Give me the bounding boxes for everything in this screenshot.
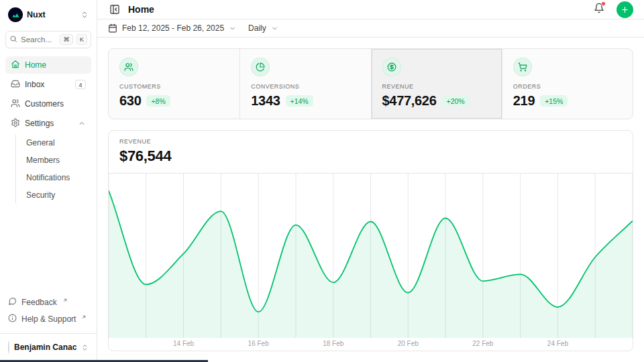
sidebar-item-security[interactable]: Security bbox=[21, 187, 91, 203]
users-icon bbox=[119, 58, 138, 76]
stat-value: 219 bbox=[513, 93, 535, 109]
stat-value: 630 bbox=[119, 93, 141, 109]
chart-pie-icon bbox=[251, 58, 270, 76]
stat-card-conversions[interactable]: CONVERSIONS 1343 +14% bbox=[239, 49, 370, 119]
stat-card-customers[interactable]: CUSTOMERS 630 +8% bbox=[109, 49, 239, 119]
kbd-meta: ⌘ bbox=[60, 34, 73, 44]
user-menu[interactable]: Benjamin Canac bbox=[5, 339, 91, 357]
dashboard-content: CUSTOMERS 630 +8% CONVERSIONS 1343 +14% bbox=[97, 38, 644, 362]
chevron-down-icon bbox=[271, 25, 278, 32]
cart-icon bbox=[513, 58, 532, 76]
chart-total: $76,544 bbox=[119, 147, 622, 165]
sidebar-item-home[interactable]: Home bbox=[5, 56, 91, 74]
sidebar-nav: Home Inbox 4 Customers Settings bbox=[5, 56, 91, 203]
search-input[interactable]: Search... ⌘ K bbox=[5, 31, 91, 48]
page-title: Home bbox=[128, 4, 587, 15]
gear-icon bbox=[11, 118, 20, 129]
divider bbox=[0, 333, 97, 334]
chart-label: REVENUE bbox=[119, 138, 622, 145]
external-link-icon bbox=[81, 312, 87, 322]
sidebar-item-notifications[interactable]: Notifications bbox=[21, 170, 91, 186]
add-button[interactable] bbox=[616, 1, 633, 18]
date-range-picker[interactable]: Feb 12, 2025 - Feb 26, 2025 bbox=[108, 23, 236, 33]
sidebar-item-members[interactable]: Members bbox=[21, 152, 91, 168]
revenue-area-chart[interactable] bbox=[109, 174, 633, 338]
granularity-select[interactable]: Daily bbox=[248, 23, 278, 33]
workspace-name: Nuxt bbox=[27, 10, 76, 19]
chart-x-axis: 14 Feb16 Feb18 Feb20 Feb22 Feb24 Feb bbox=[109, 338, 633, 351]
revenue-chart-card: REVENUE $76,544 14 Feb16 Feb18 Feb20 Feb… bbox=[108, 130, 633, 351]
search-placeholder: Search... bbox=[21, 36, 56, 44]
chevrons-up-down-icon bbox=[80, 11, 89, 19]
calendar-icon bbox=[108, 23, 117, 33]
settings-subnav: General Members Notifications Security bbox=[15, 135, 91, 203]
users-icon bbox=[11, 99, 20, 110]
main-panel: Home Feb 12, 2025 - Feb 26, 2025 Daily bbox=[97, 0, 644, 362]
notifications-button[interactable] bbox=[594, 3, 604, 16]
nuxt-logo-icon bbox=[8, 7, 23, 22]
sidebar-item-inbox[interactable]: Inbox 4 bbox=[5, 76, 91, 93]
sidebar-footer: Feedback Help & Support Benjamin Canac bbox=[5, 294, 91, 357]
sidebar-item-settings[interactable]: Settings bbox=[5, 115, 91, 132]
message-circle-icon bbox=[8, 297, 17, 308]
x-tick-label: 14 Feb bbox=[173, 340, 194, 347]
x-tick-label: 24 Feb bbox=[547, 340, 568, 347]
search-icon bbox=[9, 34, 17, 46]
dashboard-app: Nuxt Search... ⌘ K Home bbox=[0, 0, 644, 362]
help-support-link[interactable]: Help & Support bbox=[5, 311, 91, 326]
user-name: Benjamin Canac bbox=[14, 343, 76, 352]
notification-dot bbox=[601, 1, 606, 6]
x-tick-label: 18 Feb bbox=[323, 340, 343, 347]
x-tick-label: 16 Feb bbox=[248, 340, 269, 347]
kbd-key: K bbox=[76, 34, 87, 44]
stat-value: $477,626 bbox=[382, 93, 437, 109]
x-tick-label: 22 Feb bbox=[472, 340, 493, 347]
stats-row: CUSTOMERS 630 +8% CONVERSIONS 1343 +14% bbox=[108, 48, 633, 119]
home-icon bbox=[11, 60, 20, 71]
sidebar-item-general[interactable]: General bbox=[21, 135, 91, 151]
page-header: Home bbox=[97, 0, 644, 19]
sidebar-item-customers[interactable]: Customers bbox=[5, 95, 91, 113]
stat-value: 1343 bbox=[251, 93, 280, 109]
feedback-link[interactable]: Feedback bbox=[5, 294, 91, 310]
x-tick-label: 20 Feb bbox=[398, 340, 419, 347]
circle-dollar-icon bbox=[382, 58, 401, 76]
inbox-count-badge: 4 bbox=[75, 80, 86, 89]
workspace-switcher[interactable]: Nuxt bbox=[5, 5, 91, 24]
chevron-up-icon bbox=[78, 119, 86, 127]
delta-badge: +20% bbox=[442, 95, 470, 107]
external-link-icon bbox=[62, 296, 68, 305]
inbox-icon bbox=[11, 79, 20, 90]
area-chart-svg[interactable] bbox=[109, 174, 633, 338]
delta-badge: +15% bbox=[540, 95, 568, 107]
plus-icon bbox=[621, 5, 629, 14]
stat-card-revenue[interactable]: REVENUE $477,626 +20% bbox=[371, 49, 502, 119]
user-avatar bbox=[8, 341, 9, 354]
delta-badge: +8% bbox=[146, 95, 170, 107]
chevron-down-icon bbox=[229, 25, 236, 32]
stat-card-orders[interactable]: ORDERS 219 +15% bbox=[502, 49, 633, 119]
filters-toolbar: Feb 12, 2025 - Feb 26, 2025 Daily bbox=[97, 19, 644, 38]
chevrons-up-down-icon bbox=[81, 344, 89, 351]
delta-badge: +14% bbox=[286, 95, 313, 107]
chart-header: REVENUE $76,544 bbox=[109, 131, 633, 174]
sidebar-collapse-button[interactable] bbox=[108, 3, 121, 16]
sidebar: Nuxt Search... ⌘ K Home bbox=[0, 0, 97, 362]
info-icon bbox=[8, 314, 17, 324]
